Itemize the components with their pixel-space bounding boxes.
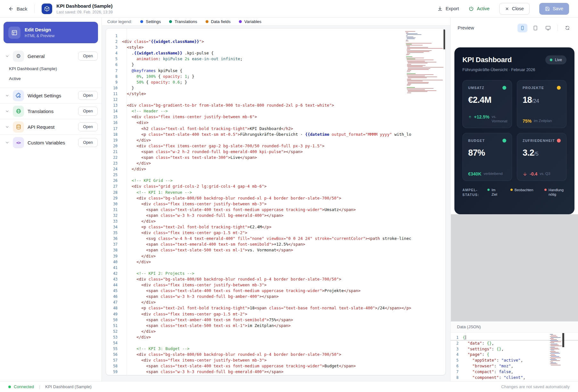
html-code-editor[interactable]: 12<div class="{{widget.className}}">3 <s…	[106, 28, 446, 375]
sidebar-section-custom-variables[interactable]: <>Custom VariablesOpen	[0, 135, 102, 150]
minimap-line	[408, 78, 427, 78]
minimap-line	[406, 58, 424, 58]
open-button[interactable]: Open	[78, 138, 98, 147]
minimap-line	[407, 74, 434, 75]
code-line: 52 </div>	[106, 329, 445, 334]
header-divider	[34, 4, 35, 13]
sidebar-section-widget-settings[interactable]: Widget SettingsOpen	[0, 88, 102, 103]
json-scrollbar[interactable]	[562, 333, 564, 347]
sidebar-item-edit-design[interactable]: Edit Design HTML & Preview	[4, 22, 98, 43]
active-toggle[interactable]: Active	[468, 6, 490, 12]
save-button[interactable]: Save	[539, 3, 569, 15]
sidebar-section-general[interactable]: ⚙GeneralOpen	[0, 48, 102, 64]
minimap-line	[408, 69, 429, 70]
minimap-line	[407, 61, 425, 61]
minimap-line	[408, 67, 444, 68]
open-button[interactable]: Open	[78, 107, 98, 116]
sidebar-section-translations[interactable]: TranslationsOpen	[0, 103, 102, 119]
code-line: 35 <div class="flex items-center gap-1.5…	[106, 230, 445, 236]
refresh-button[interactable]	[562, 24, 572, 32]
code-line: 56 <div class="bg-slate-800/60 backdrop-…	[106, 352, 445, 357]
code-line: 17 <h2 class="text-xl font-bold tracking…	[106, 126, 445, 132]
minimap-line	[407, 60, 434, 60]
kpi-status-dot	[557, 139, 561, 143]
minimap-line	[551, 346, 562, 346]
ampel-status-item: Beobachten	[510, 188, 533, 197]
code-line: 39 </div>	[106, 253, 445, 259]
export-button[interactable]: Export	[437, 6, 459, 11]
kpi-label: ZUFRIEDENHEIT	[523, 139, 555, 143]
code-line: 30 <div class="flex items-center justify…	[106, 201, 445, 207]
section-icon	[13, 90, 24, 101]
back-arrow-icon	[8, 6, 14, 12]
minimap-line	[407, 59, 415, 59]
legend-item-settings: Settings	[140, 19, 161, 24]
device-phone-button[interactable]	[517, 24, 527, 32]
minimap-line	[408, 91, 427, 92]
minimap-line	[406, 37, 413, 37]
data-json-editor[interactable]: 1{2 "data": {},3 "settings": {},4 "page"…	[451, 332, 578, 381]
minimap-line	[550, 359, 557, 360]
minimap-line	[407, 80, 443, 80]
back-button[interactable]: Back	[8, 6, 27, 12]
code-line: 5 animation: kpiPulse 2s ease-in-out inf…	[106, 56, 445, 62]
code-line: 16 <div>	[106, 120, 445, 126]
minimap-line	[550, 353, 560, 354]
minimap-line	[550, 334, 553, 335]
minimap-line	[407, 89, 425, 90]
json-line: 8 "component": "client",	[451, 375, 578, 380]
connection-status: Connected	[14, 384, 34, 389]
kpi-note: verbleibend	[484, 172, 502, 176]
phone-icon	[520, 25, 525, 31]
open-button[interactable]: Open	[78, 91, 98, 100]
open-button[interactable]: Open	[78, 122, 98, 131]
minimap-line	[551, 335, 556, 336]
minimap-line	[408, 90, 436, 91]
section-label: General	[28, 53, 45, 59]
kpi-card-budget: BUDGET87%€340Kverbleibend	[462, 133, 512, 181]
minimap-line	[408, 62, 436, 62]
code-line: 21 <span class="w-2 h-2 rounded-full bg-…	[106, 149, 445, 155]
minimap-line	[406, 35, 408, 36]
minimap-line	[551, 348, 558, 348]
box-icon	[44, 6, 50, 12]
legend-item-translations: Translations	[169, 19, 197, 24]
code-line: 57 <div class="flex items-center justify…	[106, 357, 445, 363]
icons-divider	[558, 25, 558, 31]
close-button[interactable]: Close	[499, 3, 530, 15]
minimap-line	[405, 55, 442, 56]
live-dot	[550, 59, 552, 61]
sidebar-section-api-request[interactable]: API RequestOpen	[0, 119, 102, 135]
minimap-line	[551, 356, 559, 357]
minimap-line	[407, 76, 425, 76]
code-line: 4 .{{widget.className}} .kpi-pulse {	[106, 50, 445, 56]
editor-scrollbar[interactable]	[444, 29, 445, 49]
open-button[interactable]: Open	[78, 52, 98, 61]
minimap-line	[550, 345, 559, 345]
device-desktop-button[interactable]	[543, 24, 553, 32]
minimap-line	[406, 41, 409, 41]
minimap-line	[551, 344, 558, 344]
code-line: 24 </div>	[106, 166, 445, 172]
refresh-icon	[565, 25, 570, 30]
autosave-note: Changes are not saved automatically	[501, 384, 570, 389]
code-line: 55 <!-- KPI 3: Budget -->	[106, 346, 445, 352]
minimap-line	[407, 70, 411, 71]
minimap-line	[551, 352, 559, 353]
minimap-line	[551, 337, 561, 338]
minimap-line	[550, 355, 556, 356]
minimap-line	[408, 83, 428, 84]
minimap-line	[550, 338, 554, 339]
minimap-line	[406, 43, 432, 44]
editor-minimap[interactable]	[405, 30, 442, 94]
minimap-line	[407, 47, 428, 48]
editor-area: Color legend: SettingsTranslationsData f…	[102, 18, 450, 381]
code-line: 46 <span class="w-3 h-3 rounded-full bg-…	[106, 294, 445, 299]
json-minimap[interactable]	[549, 334, 561, 366]
minimap-line	[408, 82, 429, 83]
minimap-line	[406, 40, 408, 40]
device-tablet-button[interactable]	[530, 24, 540, 32]
minimap-line	[407, 79, 411, 79]
chevron-down-icon	[5, 109, 9, 113]
minimap-line	[407, 64, 411, 65]
